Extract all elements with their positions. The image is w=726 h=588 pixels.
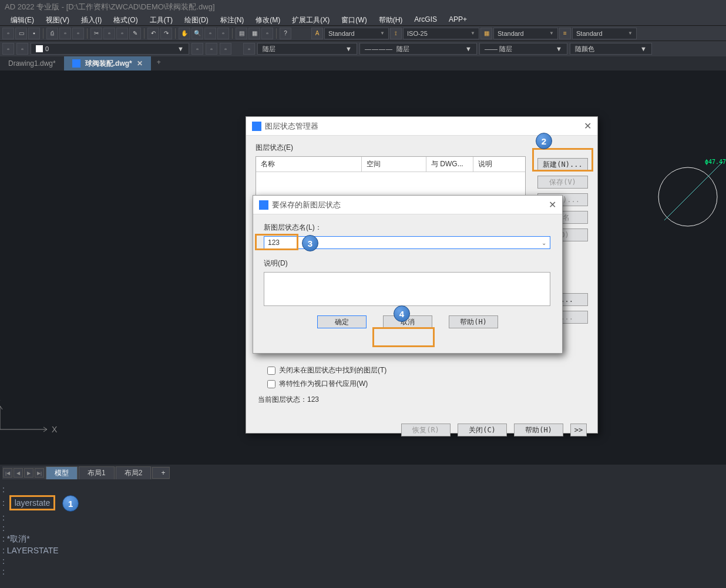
layer-icon[interactable]: ▫	[2, 43, 14, 55]
tab-last-icon[interactable]: ▶|	[35, 468, 44, 478]
menu-help[interactable]: 帮助(H)	[373, 14, 409, 24]
doc-tab-2[interactable]: 球阀装配.dwg* ✕	[64, 56, 151, 70]
dc-icon[interactable]: ▦	[248, 28, 260, 39]
paste-icon[interactable]: ▫	[116, 28, 128, 39]
tab-add[interactable]: +	[152, 467, 170, 479]
new-doc-button[interactable]: +	[151, 56, 167, 70]
separator	[87, 28, 88, 39]
help-button[interactable]: 帮助(H)	[514, 424, 563, 436]
prop-icon[interactable]: ▤	[236, 28, 247, 39]
desc-label: 说明(D)	[264, 258, 552, 268]
menu-draw[interactable]: 绘图(D)	[179, 14, 214, 24]
redo-icon[interactable]: ↷	[160, 28, 172, 39]
save-icon[interactable]: ▪	[28, 28, 40, 39]
zoom-ext-icon[interactable]: ▫	[217, 28, 229, 39]
callout-3: 3	[302, 235, 318, 251]
print-icon[interactable]: ⎙	[46, 28, 58, 39]
cmd-line: : layerstate 1	[2, 495, 724, 512]
save-button[interactable]: 保存(V)	[537, 176, 588, 189]
menu-ext[interactable]: 扩展工具(X)	[286, 14, 335, 24]
dialog2-title-bar[interactable]: 要保存的新图层状态 ✕	[253, 196, 562, 214]
plotcolor-dropdown[interactable]: 随颜色▼	[570, 43, 652, 55]
dimstyle-dropdown[interactable]: ISO-25▼	[403, 28, 479, 39]
menu-app[interactable]: APP+	[443, 14, 473, 24]
menu-arcgis[interactable]: ArcGIS	[408, 14, 443, 24]
layer-off-icon[interactable]: ▫	[220, 43, 231, 55]
close-tab-icon[interactable]: ✕	[137, 59, 143, 68]
col-space[interactable]: 空间	[362, 157, 426, 172]
chk-vp-override[interactable]: 将特性作为视口替代应用(W)	[267, 379, 588, 389]
textstyle-dropdown[interactable]: Standard▼	[324, 28, 389, 39]
lineweight-dropdown[interactable]: —— 随层▼	[479, 43, 567, 55]
zoom-prev-icon[interactable]: ▫	[204, 28, 216, 39]
new-icon[interactable]: ▫	[2, 28, 14, 39]
cmd-line: :	[2, 484, 724, 495]
color-icon[interactable]: ▫	[243, 43, 255, 55]
dimension-label: ϕ47.47	[705, 159, 726, 165]
layer-iso-icon[interactable]: ▫	[191, 43, 203, 55]
col-dwg[interactable]: 与 DWG...	[426, 157, 473, 172]
linetype-dropdown[interactable]: ———— 随层▼	[359, 43, 477, 55]
close-icon[interactable]: ✕	[584, 120, 591, 132]
mlstyle-dropdown[interactable]: Standard▼	[572, 28, 637, 39]
pan-icon[interactable]: ✋	[179, 28, 190, 39]
layer-uniso-icon[interactable]: ▫	[206, 43, 217, 55]
match-icon[interactable]: ✎	[129, 28, 141, 39]
checkbox[interactable]	[267, 380, 275, 388]
dimstyle-icon[interactable]: ⟟	[390, 28, 402, 39]
separator	[43, 28, 43, 39]
menu-view[interactable]: 视图(V)	[40, 14, 75, 24]
menu-modify[interactable]: 修改(M)	[250, 14, 286, 24]
tab-layout2[interactable]: 布局2	[116, 466, 152, 480]
callout-1: 1	[62, 495, 79, 512]
close-icon[interactable]: ✕	[549, 199, 556, 210]
preview-icon[interactable]: ▫	[59, 28, 71, 39]
menu-window[interactable]: 窗口(W)	[335, 14, 372, 24]
expand-button[interactable]: >>	[570, 424, 587, 436]
layer-dropdown[interactable]: 0▼	[31, 43, 189, 55]
col-name[interactable]: 名称	[256, 157, 362, 172]
command-area[interactable]: : : layerstate 1 : : : *取消* : LAYERSTATE…	[0, 479, 726, 588]
publish-icon[interactable]: ▫	[72, 28, 84, 39]
separator	[144, 28, 144, 39]
description-input[interactable]	[264, 272, 550, 306]
separator	[276, 28, 277, 39]
doc-tab-1[interactable]: Drawing1.dwg*	[0, 56, 64, 70]
zoom-icon[interactable]: 🔍	[191, 28, 203, 39]
tablestyle-icon[interactable]: ▦	[480, 28, 492, 39]
tab-next-icon[interactable]: ▶	[24, 468, 33, 478]
menu-dim[interactable]: 标注(N)	[214, 14, 250, 24]
drawing-circle	[629, 162, 723, 238]
tab-prev-icon[interactable]: ◀	[14, 468, 23, 478]
chevron-down-icon[interactable]: ⌄	[542, 240, 546, 246]
undo-icon[interactable]: ↶	[147, 28, 159, 39]
mlstyle-icon[interactable]: ≡	[559, 28, 571, 39]
color-dropdown[interactable]: 随层▼	[257, 43, 357, 55]
tab-layout1[interactable]: 布局1	[79, 466, 115, 480]
layer-prev-icon[interactable]: ▫	[16, 43, 28, 55]
dwg-icon	[72, 59, 80, 68]
tablestyle-dropdown[interactable]: Standard▼	[493, 28, 558, 39]
textstyle-icon[interactable]: A	[311, 28, 323, 39]
annotation-box-ok	[372, 327, 435, 347]
help-icon[interactable]: ?	[280, 28, 291, 39]
menu-edit[interactable]: 编辑(E)	[5, 14, 40, 24]
tab-model[interactable]: 模型	[46, 466, 78, 480]
copy-icon[interactable]: ▫	[103, 28, 115, 39]
help-button[interactable]: 帮助(H)	[449, 315, 498, 328]
ok-button[interactable]: 确定	[317, 315, 367, 328]
chk-close-missing[interactable]: 关闭未在图层状态中找到的图层(T)	[267, 365, 588, 375]
col-desc[interactable]: 说明	[473, 157, 525, 172]
cmd-line: :	[2, 512, 724, 523]
restore-button[interactable]: 恢复(R)	[401, 424, 451, 436]
checkbox[interactable]	[267, 367, 275, 375]
menu-tool[interactable]: 工具(T)	[144, 14, 179, 24]
menu-format[interactable]: 格式(O)	[107, 14, 143, 24]
tab-first-icon[interactable]: |◀	[3, 468, 12, 478]
close-button[interactable]: 关闭(C)	[458, 424, 507, 436]
toolbar-layer: ▫ ▫ 0▼ ▫ ▫ ▫ ▫ 随层▼ ———— 随层▼ —— 随层▼ 随颜色▼	[0, 41, 726, 56]
open-icon[interactable]: ▭	[15, 28, 27, 39]
menu-insert[interactable]: 插入(I)	[75, 14, 107, 24]
tool-palette-icon[interactable]: ▫	[261, 28, 273, 39]
cut-icon[interactable]: ✂	[90, 28, 102, 39]
